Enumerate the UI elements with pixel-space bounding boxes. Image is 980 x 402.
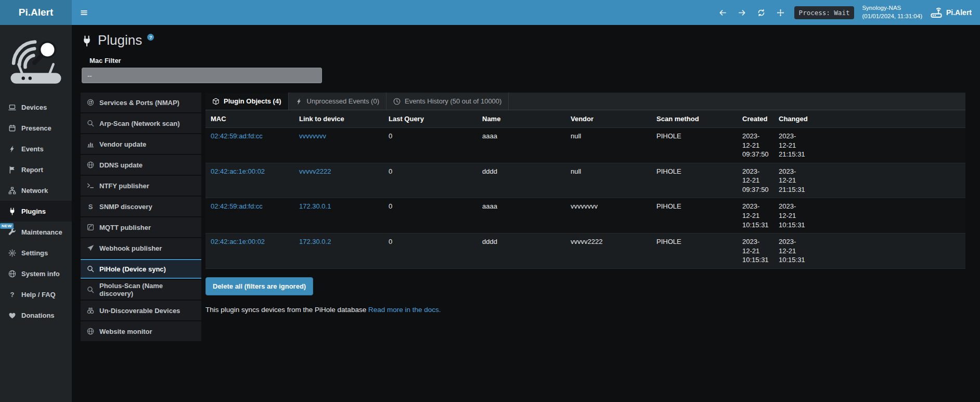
tab-label: Events History (50 out of 10000) [405,97,501,105]
host-timestamp: (01/01/2024, 11:31:04) [862,12,922,21]
plugin-item-undiscoverable-devices[interactable]: Un-Discoverable Devices [81,301,201,320]
help-icon: ? [8,291,16,299]
filler-cell [811,163,965,198]
refresh-icon [757,9,765,17]
host-info: Synology-NAS (01/01/2024, 11:31:04) [862,4,922,20]
filler-cell [811,234,965,269]
changed-cell: 2023-12-2121:15:31 [773,163,811,198]
sidebar-item-donations[interactable]: Donations [0,305,72,326]
pialert-logo [0,25,72,90]
plugin-description: This plugin syncs devices from the PiHol… [205,306,965,314]
column-header-last-query: Last Query [383,110,477,128]
main-content: Plugins ? Mac Filter Services & Ports (N… [72,25,980,402]
system-info-icon [8,270,16,278]
plugin-item-label: NTFY publisher [99,182,149,190]
sidebar-item-events[interactable]: Events [0,138,72,159]
mac-link[interactable]: 02:42:ac:1e:00:02 [211,167,265,175]
sidebar-item-label: Help / FAQ [21,291,56,299]
plugin-item-label: Website monitor [99,328,152,335]
filler-cell [811,198,965,234]
plugin-item-vendor-update[interactable]: Vendor update [81,134,201,154]
delete-all-button[interactable]: Delete all (filters are ignored) [205,277,313,295]
column-header-name: Name [477,110,565,128]
mac-link[interactable]: 02:42:59:ad:fd:cc [211,132,263,140]
sidebar-item-label: Donations [21,312,55,319]
plugin-item-website-monitor[interactable]: Website monitor [81,321,201,341]
column-header-mac: MAC [205,110,294,128]
column-header-changed: Changed [773,110,811,128]
page-header: Plugins ? [72,25,980,48]
plugin-item-arp-scan[interactable]: Arp-Scan (Network scan) [81,113,201,133]
tab-label: Plugin Objects (4) [224,97,281,105]
plugin-item-snmp-discovery[interactable]: S SNMP discovery [81,197,201,216]
sidebar-item-network[interactable]: Network [0,180,72,201]
plugin-item-mqtt-publisher[interactable]: MQTT publisher [81,217,201,237]
plugin-item-nmap[interactable]: Services & Ports (NMAP) [81,93,201,112]
device-link[interactable]: 172.30.0.2 [299,238,331,245]
sidebar-item-label: System info [21,270,60,278]
forward-button[interactable] [737,7,748,18]
bolt-icon [295,98,303,105]
plugin-item-ddns-update[interactable]: DDNS update [81,155,201,175]
last-query-cell: 0 [383,128,477,163]
arrow-left-icon [719,9,727,17]
sidebar-item-system-info[interactable]: System info [0,263,72,284]
tab-events-history[interactable]: Events History (50 out of 10000) [386,93,509,110]
plugin-item-label: Vendor update [99,140,146,148]
network-icon [8,187,16,194]
plugin-item-label: SNMP discovery [99,203,152,211]
mac-filter-input[interactable] [82,68,322,83]
changed-cell: 2023-12-2110:15:31 [773,198,811,234]
plugin-item-label: Services & Ports (NMAP) [99,99,179,107]
sidebar-item-plugins[interactable]: Plugins [0,201,72,222]
device-link[interactable]: vvvvvvvv [299,132,326,140]
sidebar-item-label: Network [21,187,48,194]
plugin-item-label: Arp-Scan (Network scan) [99,120,180,127]
sidebar: Devices Presence Events Report Network P… [0,25,72,402]
created-cell: 2023-12-2110:15:31 [737,234,773,269]
mqtt-icon [87,224,94,231]
tab-unprocessed-events[interactable]: Unprocessed Events (0) [289,93,386,110]
mac-link[interactable]: 02:42:59:ad:fd:cc [211,202,263,210]
app-logo[interactable]: Pi.Alert [0,0,72,25]
sidebar-item-label: Plugins [21,208,46,215]
docs-link[interactable]: Read more in the docs. [368,306,441,314]
plugin-item-ntfy-publisher[interactable]: NTFY publisher [81,176,201,196]
column-header-vendor: Vendor [565,110,651,128]
globe-icon [87,328,94,335]
plugin-item-webhook-publisher[interactable]: Webhook publisher [81,238,201,258]
sidebar-item-help-faq[interactable]: ? Help / FAQ [0,284,72,305]
sidebar-item-settings[interactable]: Settings [0,242,72,263]
vendor-cell: vvvvvvvv [565,198,651,234]
table-row: 02:42:59:ad:fd:cc 172.30.0.1 0 aaaa vvvv… [205,198,965,234]
maximize-button[interactable] [775,7,786,18]
plugin-item-pihole[interactable]: PiHole (Device sync) [81,259,201,279]
back-button[interactable] [717,7,729,18]
sidebar-item-maintenance[interactable]: NEW Maintenance [0,222,72,242]
plugins-icon [8,208,16,215]
sidebar-item-devices[interactable]: Devices [0,97,72,118]
plug-icon [81,35,93,47]
refresh-button[interactable] [756,7,767,18]
search-icon [87,265,94,273]
app-identity: Pi.Alert [930,6,972,19]
mac-link[interactable]: 02:42:ac:1e:00:02 [211,238,265,245]
search-icon [87,286,94,293]
sidebar-toggle-button[interactable] [72,0,96,25]
vendor-cell: vvvvv2222 [565,234,651,269]
changed-cell: 2023-12-2110:15:31 [773,234,811,269]
last-query-cell: 0 [383,163,477,198]
device-link[interactable]: 172.30.0.1 [299,202,331,210]
scan-method-cell: PIHOLE [651,163,737,198]
plugin-item-pholus-scan[interactable]: Pholus-Scan (Name discovery) [81,280,201,300]
name-cell: aaaa [477,128,565,163]
device-link[interactable]: vvvvv2222 [299,167,331,175]
tab-plugin-objects[interactable]: Plugin Objects (4) [205,93,289,110]
globe-icon [87,161,94,168]
sidebar-item-report[interactable]: Report [0,159,72,180]
column-header-scan-method: Scan method [651,110,737,128]
plugin-item-label: Un-Discoverable Devices [99,307,180,315]
sidebar-item-presence[interactable]: Presence [0,118,72,138]
plugin-menu: Services & Ports (NMAP) Arp-Scan (Networ… [81,93,201,342]
info-badge-icon[interactable]: ? [147,34,154,41]
